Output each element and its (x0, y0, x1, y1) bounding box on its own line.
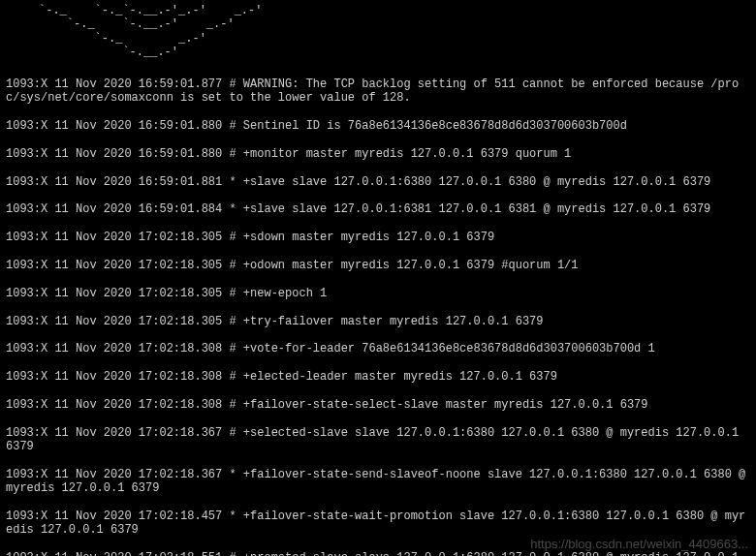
log-line: 1093:X 11 Nov 2020 17:02:18.305 # +sdown… (6, 231, 750, 244)
log-line: 1093:X 11 Nov 2020 17:02:18.308 # +elect… (6, 370, 750, 384)
log-line: 1093:X 11 Nov 2020 17:02:18.305 # +try-f… (6, 315, 750, 328)
log-line: 1093:X 11 Nov 2020 16:59:01.880 # Sentin… (6, 119, 750, 133)
redis-ascii-logo: `-._ `-._`-.__.-'_.-' _.-' `-._ `-.__.-'… (0, 0, 756, 60)
terminal-output: 1093:X 11 Nov 2020 16:59:01.877 # WARNIN… (0, 60, 756, 556)
log-line: 1093:X 11 Nov 2020 16:59:01.884 * +slave… (6, 202, 750, 216)
log-line: 1093:X 11 Nov 2020 17:02:18.367 # +selec… (6, 426, 750, 454)
log-line: 1093:X 11 Nov 2020 17:02:18.457 * +failo… (6, 510, 750, 538)
log-line: 1093:X 11 Nov 2020 16:59:01.881 * +slave… (6, 175, 750, 189)
log-line: 1093:X 11 Nov 2020 17:02:18.305 # +odown… (6, 259, 750, 272)
log-line: 1093:X 11 Nov 2020 16:59:01.880 # +monit… (6, 147, 750, 161)
log-line: 1093:X 11 Nov 2020 17:02:18.308 # +failo… (6, 398, 750, 412)
log-line: 1093:X 11 Nov 2020 17:02:18.305 # +new-e… (6, 287, 750, 300)
watermark-text: https://blog.csdn.net/weixin_4409663... (530, 537, 748, 552)
log-line: 1093:X 11 Nov 2020 17:02:18.308 # +vote-… (6, 342, 750, 355)
log-line: 1093:X 11 Nov 2020 17:02:18.367 * +failo… (6, 468, 750, 496)
log-warning: 1093:X 11 Nov 2020 16:59:01.877 # WARNIN… (6, 77, 750, 106)
